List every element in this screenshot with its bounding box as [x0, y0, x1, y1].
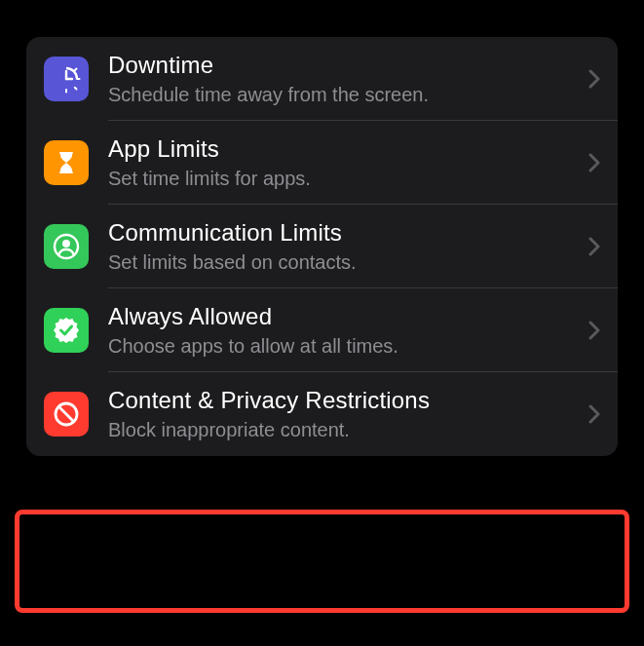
row-subtitle: Choose apps to allow at all times. — [108, 333, 579, 359]
row-subtitle: Set limits based on contacts. — [108, 249, 579, 275]
settings-panel: Downtime Schedule time away from the scr… — [26, 37, 618, 456]
row-title: App Limits — [108, 134, 579, 164]
svg-line-4 — [75, 69, 77, 71]
row-always-allowed[interactable]: Always Allowed Choose apps to allow at a… — [26, 288, 618, 372]
chevron-right-icon — [588, 237, 600, 256]
row-title: Content & Privacy Restrictions — [108, 386, 579, 415]
row-texts: Always Allowed Choose apps to allow at a… — [108, 302, 579, 359]
svg-point-10 — [62, 240, 70, 247]
svg-line-12 — [59, 407, 74, 422]
highlight-box — [15, 510, 629, 613]
chevron-right-icon — [588, 69, 600, 89]
row-app-limits[interactable]: App Limits Set time limits for apps. — [26, 121, 618, 205]
row-title: Downtime — [108, 51, 579, 80]
person-circle-icon — [44, 224, 89, 269]
downtime-icon — [44, 57, 89, 101]
row-title: Always Allowed — [108, 302, 579, 331]
chevron-right-icon — [588, 153, 600, 172]
row-texts: Content & Privacy Restrictions Block ina… — [108, 386, 579, 442]
row-subtitle: Schedule time away from the screen. — [108, 82, 579, 107]
row-subtitle: Block inappropriate content. — [108, 417, 579, 442]
hourglass-icon — [44, 140, 89, 185]
row-content-privacy-restrictions[interactable]: Content & Privacy Restrictions Block ina… — [26, 372, 618, 456]
chevron-right-icon — [588, 404, 600, 424]
svg-rect-8 — [59, 171, 73, 173]
no-sign-icon — [44, 392, 89, 437]
svg-line-5 — [75, 88, 77, 90]
svg-rect-7 — [59, 152, 73, 154]
row-communication-limits[interactable]: Communication Limits Set limits based on… — [26, 205, 618, 288]
row-title: Communication Limits — [108, 218, 579, 247]
row-downtime[interactable]: Downtime Schedule time away from the scr… — [26, 37, 618, 121]
row-texts: App Limits Set time limits for apps. — [108, 134, 579, 191]
row-subtitle: Set time limits for apps. — [108, 166, 579, 191]
checkmark-seal-icon — [44, 308, 89, 353]
row-texts: Communication Limits Set limits based on… — [108, 218, 579, 275]
row-texts: Downtime Schedule time away from the scr… — [108, 51, 579, 107]
chevron-right-icon — [588, 321, 600, 340]
